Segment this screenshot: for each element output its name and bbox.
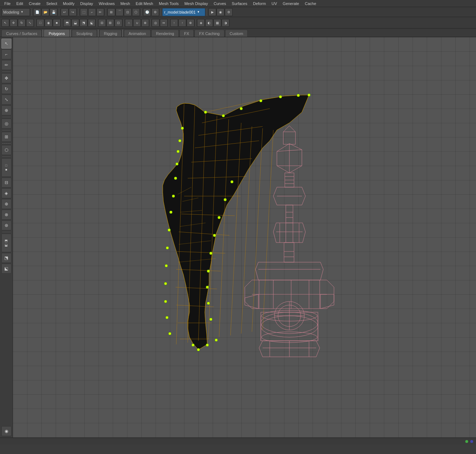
paint-select-lt-button[interactable]: ✏ [1,60,11,70]
polygon-tool-button[interactable]: ⬡ [1,145,11,155]
wireframe-button[interactable]: □ [36,19,44,27]
svg-line-24 [263,130,273,330]
fill-hole-button[interactable]: ⊡ [115,19,122,27]
paint-buttons[interactable]: ⬒ ⬓ [1,234,11,252]
menu-file[interactable]: File [1,1,14,6]
model-name-dropdown[interactable]: r_model:blade001 ▼ [162,8,205,16]
select-tool-button[interactable]: ↖ [1,19,9,27]
menu-create[interactable]: Create [26,1,44,6]
smooth-button[interactable]: ◉ [45,19,52,27]
open-scene-button[interactable]: 📂 [41,8,49,16]
snap-grid-button[interactable]: ⊞ [107,8,115,16]
tab-divider3 [98,30,98,37]
tab-rendering[interactable]: Rendering [151,30,179,37]
scale-tool-button[interactable]: ⤡ [26,19,34,27]
tab-animation[interactable]: Animation [124,30,151,37]
menu-generate[interactable]: Generate [280,1,302,6]
misc2-button[interactable]: ⬕ [1,264,11,274]
menu-mesh-tools[interactable]: Mesh Tools [156,1,181,6]
tab-sculpting[interactable]: Sculpting [72,30,97,37]
menu-display[interactable]: Display [77,1,96,6]
joint-button[interactable]: ⊕ [1,199,11,209]
show-manip-button[interactable]: ⊞ [1,132,11,142]
rotate-tool-button[interactable]: ↻ [18,19,26,27]
menu-select[interactable]: Select [44,1,60,6]
ipr-render-button[interactable]: ◉ [217,8,224,16]
viewport[interactable]: View Shading Lighting Show Renderer Pane… [13,37,476,438]
extract-button[interactable]: ⊗ [141,19,149,27]
tab-fx-caching[interactable]: FX Caching [194,30,224,37]
tab-fx[interactable]: FX [179,30,194,37]
separate-button[interactable]: ∪ [133,19,141,27]
merge-button[interactable]: ⬕ [88,19,96,27]
menu-mesh-display[interactable]: Mesh Display [182,1,211,6]
rotate-tool-lt-button[interactable]: ↻ [1,84,11,94]
select-mode-button[interactable]: ⬚ [80,8,88,16]
viewport-content[interactable] [13,37,476,438]
loop-cut-button[interactable]: ⊟ [98,19,106,27]
tab-rigging[interactable]: Rigging [99,30,122,37]
move-tool-lt-button[interactable]: ✥ [1,73,11,83]
new-scene-button[interactable]: 📄 [33,8,41,16]
lattice-button[interactable]: ⊟ [1,178,11,188]
construction-history-button[interactable]: ⚙ [151,8,159,16]
flat-button[interactable]: ■ [53,19,61,27]
skin-button[interactable]: ⊛ [1,220,11,230]
soft-mod-button[interactable]: ◎ [1,119,11,129]
menu-edit[interactable]: Edit [14,1,26,6]
render-button[interactable]: ▶ [208,8,216,16]
snap-curve-button[interactable]: ⌒ [116,8,123,16]
lasso-button[interactable]: ⌐ [88,8,96,16]
xray-button[interactable]: ◈ [197,19,205,27]
bevel-button[interactable]: ⬔ [80,19,87,27]
render-settings-button[interactable]: ⚙ [225,8,233,16]
menu-edit-mesh[interactable]: Edit Mesh [133,1,156,6]
extrude-button[interactable]: ⬒ [63,19,71,27]
cluster-button[interactable]: ◈ [1,188,11,198]
select-tool-lt-button[interactable]: ↖ [1,39,11,49]
menu-curves[interactable]: Curves [211,1,229,6]
append-button[interactable]: ⊞ [106,19,114,27]
snap-surface-button[interactable]: ⬡ [132,8,140,16]
texture-button[interactable]: ▦ [213,19,221,27]
show-vertex-normals-button[interactable]: ↑ [178,19,186,27]
menu-deform[interactable]: Deform [250,1,269,6]
mode-dropdown[interactable]: Modeling ▼ [1,8,30,16]
menu-modify[interactable]: Modify [60,1,77,6]
show-face-normals-button[interactable]: ↑ [170,19,178,27]
svg-point-62 [218,216,221,219]
redo-button[interactable]: ↪ [69,8,77,16]
lasso-tool-button[interactable]: ⌐ [1,49,11,59]
misc1-button[interactable]: ⬔ [1,253,11,263]
move-tool-button[interactable]: ✥ [10,19,17,27]
backface-culling-button[interactable]: ⊕ [187,19,194,27]
ik-button[interactable]: ⊗ [1,210,11,220]
snap-point-button[interactable]: ⊡ [124,8,132,16]
scale-tool-lt-button[interactable]: ⤡ [1,95,11,105]
toolbar-secondary: ↖ ✥ ↻ ⤡ □ ◉ ■ ⬒ ⬓ ⬔ ⬕ ⊟ ⊞ ⊡ ∩ ∪ ⊗ ◎ ⇔ ↑ … [0,17,476,29]
tab-curves-surfaces[interactable]: Curves / Surfaces [1,30,42,37]
sep7 [207,9,207,16]
tab-custom[interactable]: Custom [225,30,248,37]
undo-button[interactable]: ↩ [61,8,69,16]
bottom-icon-button[interactable]: ◉ [1,426,11,436]
universal-manip-button[interactable]: ⊕ [1,105,11,115]
display-mode-buttons[interactable]: □ ■ [1,158,11,177]
soft-select-button[interactable]: ◎ [152,19,159,27]
menu-mesh[interactable]: Mesh [117,1,133,6]
menu-uv[interactable]: UV [269,1,280,6]
bridge-button[interactable]: ⬓ [71,19,79,27]
save-scene-button[interactable]: 💾 [50,8,57,16]
color-button[interactable]: ◐ [205,19,213,27]
status-indicators [465,440,473,443]
combine-button[interactable]: ∩ [125,19,133,27]
menu-surfaces[interactable]: Surfaces [229,1,250,6]
tab-polygons[interactable]: Polygons [44,30,69,37]
history-button[interactable]: 🕐 [143,8,151,16]
menu-windows[interactable]: Windows [96,1,118,6]
symmetry-button[interactable]: ⇔ [160,19,168,27]
svg-point-60 [209,252,212,255]
ambient-occ-button[interactable]: ◑ [222,19,229,27]
paint-select-button[interactable]: ✏ [96,8,104,16]
menu-cache[interactable]: Cache [302,1,319,6]
